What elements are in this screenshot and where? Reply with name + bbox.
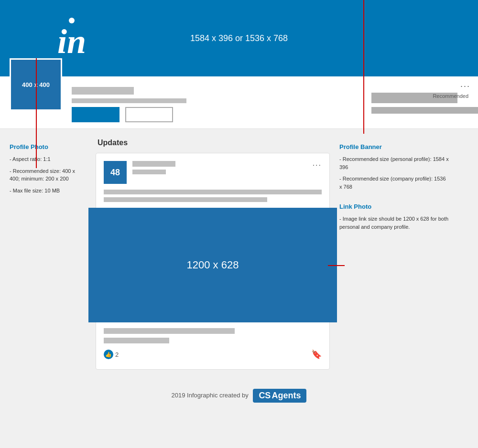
- link-photo-area: 1200 x 628: [88, 208, 337, 322]
- main-content: Profile Photo - Aspect ratio: 1:1 - Reco…: [0, 129, 478, 379]
- link-photo-annotation-line: [328, 265, 345, 266]
- linkedin-logo: in: [57, 18, 86, 59]
- footer-bottom: 👍 2 🔖: [104, 349, 322, 360]
- updates-header: Updates: [96, 139, 330, 147]
- footer-bar2: [104, 338, 169, 343]
- left-annotation: Profile Photo - Aspect ratio: 1:1 - Reco…: [10, 139, 86, 370]
- cs-agents-badge: CS Agents: [253, 389, 306, 403]
- profile-photo-max-size: - Max file size: 10 MB: [10, 187, 86, 195]
- footer: 2019 Infographic created by CS Agents: [0, 379, 478, 410]
- link-photo-annotation-title: Link Photo: [339, 203, 449, 210]
- like-section: 👍 2: [104, 350, 119, 359]
- profile-section: ···: [0, 76, 478, 129]
- bookmark-icon[interactable]: 🔖: [311, 349, 322, 360]
- right-annotation: Profile Banner - Recommended size (perso…: [339, 139, 449, 370]
- profile-connect-button[interactable]: [72, 107, 120, 122]
- profile-photo-recommended-size: - Recommended size: 400 x 400; minimum: …: [10, 167, 86, 183]
- profile-photo-aspect-ratio: - Aspect ratio: 1:1: [10, 155, 86, 163]
- profile-photo-annotation-line: [36, 58, 37, 168]
- link-photo-annotation-text: - Image link size should be 1200 x 628 f…: [339, 215, 449, 231]
- feed-text-bar2: [104, 197, 267, 202]
- link-photo-wrapper: 1200 x 628: [96, 208, 329, 322]
- feed-name-bar1: [132, 161, 175, 167]
- feed-card-footer: 👍 2 🔖: [104, 322, 322, 362]
- feed-three-dots[interactable]: ···: [313, 161, 322, 170]
- recommended-tag: Recommended: [433, 93, 468, 99]
- feed-section: Updates 48 ··· 1200 x 6: [96, 139, 330, 370]
- like-count: 2: [115, 351, 119, 358]
- profile-name-placeholder: [72, 87, 134, 95]
- profile-photo-annotation-title: Profile Photo: [10, 143, 86, 150]
- cs-part: CS: [259, 391, 271, 401]
- profile-banner-annotation-title: Profile Banner: [339, 143, 449, 150]
- feed-name-bar2: [132, 170, 166, 174]
- footer-bar1: [104, 328, 235, 334]
- linkedin-banner: in 1584 x 396 or 1536 x 768: [0, 0, 478, 76]
- agents-part: Agents: [272, 391, 301, 401]
- linkedin-logo-text: in: [57, 24, 86, 59]
- profile-right-section: [363, 76, 478, 129]
- profile-banner-company: - Recommended size (company profile): 15…: [339, 175, 449, 191]
- banner-size-label: 1584 x 396 or 1536 x 768: [190, 33, 288, 43]
- banner-annotation-line: [363, 0, 364, 134]
- profile-message-button[interactable]: [125, 107, 173, 122]
- profile-banner-personal: - Recommended size (personal profile): 1…: [339, 155, 449, 171]
- like-icon: 👍: [104, 350, 113, 359]
- feed-text-bar1: [104, 190, 322, 194]
- feed-name-bars: [132, 161, 322, 174]
- profile-sub-placeholder: [72, 98, 186, 103]
- feed-wrapper: 48 ··· 1200 x 628: [96, 153, 330, 370]
- footer-text: 2019 Infographic created by: [172, 392, 249, 399]
- profile-right-bar2: [371, 107, 478, 114]
- feed-avatar: 48: [104, 161, 127, 184]
- feed-card: 48 ··· 1200 x 628: [96, 153, 330, 370]
- link-photo-size-label: 1200 x 628: [187, 259, 239, 271]
- feed-card-header: 48 ···: [104, 161, 322, 184]
